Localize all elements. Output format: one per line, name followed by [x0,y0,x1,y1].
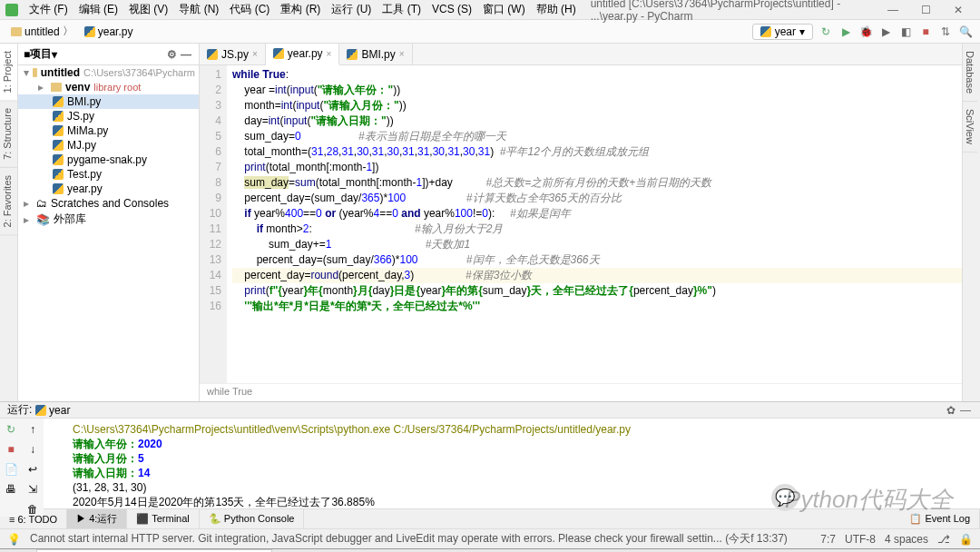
editor-tabs: JS.py×year.py×BMI.py× [200,44,962,65]
gear-icon[interactable]: ✿ [944,403,958,418]
left-tool-tabs: 1: Project 7: Structure 2: Favorites [0,44,18,401]
app-icon [5,4,18,16]
editor-tab[interactable]: BMI.py× [339,44,412,64]
python-icon [207,49,218,60]
encoding[interactable]: UTF-8 [845,533,876,546]
code-breadcrumb: while True [200,383,962,401]
toolbar: untitled〉 year.py year▾ ↻ ▶ 🐞 ▶ ◧ ■ ⇅ 🔍 [0,20,980,44]
breadcrumb-dir[interactable]: untitled〉 [7,23,77,40]
line-gutter: 12345678910111213141516 [200,65,227,383]
close-icon[interactable]: × [399,49,405,59]
stop-button[interactable]: ■ [918,25,933,39]
git-icon[interactable]: ⎇ [937,533,950,546]
bulb-icon[interactable]: 💡 [7,533,21,546]
print-button[interactable]: 🖶 [4,482,18,497]
python-icon [53,96,64,107]
python-icon [347,49,358,60]
menu-item[interactable]: VCS (S) [426,3,477,15]
tree-external[interactable]: ▸📚 外部库 [18,211,199,228]
status-message: Cannot start internal HTTP server. Git i… [30,531,811,547]
menu-item[interactable]: 编辑 (E) [74,3,123,15]
tree-file[interactable]: JS.py [18,109,199,123]
menu-item[interactable]: 工具 (T) [377,3,426,15]
run-icon[interactable]: ▶ [838,25,853,39]
breadcrumb-file[interactable]: year.py [81,25,137,39]
debug-icon[interactable]: 🐞 [858,25,873,39]
status-bar: 💡 Cannot start internal HTTP server. Git… [0,528,980,548]
close-icon[interactable]: × [327,49,332,59]
vcs-icon[interactable]: ⇅ [938,25,953,39]
tree-root[interactable]: ▾untitled C:\Users\37364\Pycharm [18,65,199,80]
scroll-down-icon[interactable]: ↓ [25,442,40,457]
stop-button[interactable]: ■ [4,442,18,457]
collapse-icon[interactable]: — [179,47,193,62]
event-log-tab[interactable]: 📋 Event Log [900,509,980,528]
tree-file[interactable]: BMI.py [18,94,199,109]
wechat-icon: 💬 [771,484,799,511]
editor-area: JS.py×year.py×BMI.py× 123456789101112131… [200,44,962,401]
python-icon [53,140,64,151]
menu-item[interactable]: 窗口 (W) [477,3,531,15]
bottom-tab[interactable]: ⬛ Terminal [127,509,199,528]
gear-icon[interactable]: ⚙ [164,47,179,62]
bottom-tab[interactable]: ≡ 6: TODO [0,509,67,528]
hide-icon[interactable]: — [958,403,973,418]
windows-taskbar: ⊞ ⚪ 在这里输入你要搜索的内容 ○ ⧉ 📁 🟩 PC 🌐 🔵 🔴 ∧ 📶 🔊 … [0,548,980,552]
breadcrumb: untitled〉 year.py [7,23,752,40]
database-tool-tab[interactable]: Database [963,44,977,102]
tree-file[interactable]: MiMa.py [18,123,199,138]
menu-item[interactable]: 运行 (U) [326,3,377,15]
bottom-tab[interactable]: 🐍 Python Console [200,509,305,528]
folder-icon [11,27,22,36]
python-icon [273,48,284,59]
close-button[interactable]: ✕ [942,4,975,16]
rerun-button[interactable]: ↻ [4,422,18,437]
code-content[interactable]: while True: year =int(input("请输入年份：")) m… [227,65,962,383]
folder-icon [51,83,62,92]
scroll-end-icon[interactable]: ⇲ [25,482,40,497]
menu-item[interactable]: 重构 (R) [275,3,326,15]
close-icon[interactable]: × [252,49,258,59]
menu-bar: 文件 (F)编辑 (E)视图 (V)导航 (N)代码 (C)重构 (R)运行 (… [0,0,980,20]
profile-icon[interactable]: ◧ [898,25,913,39]
bottom-tab[interactable]: ▶ 4:运行 [67,509,127,528]
lock-icon[interactable]: 🔒 [959,533,973,546]
minimize-button[interactable]: — [877,4,909,16]
tree-venv[interactable]: ▸venv library root [18,80,199,94]
scroll-up-icon[interactable]: ↑ [25,422,40,437]
folder-icon [33,68,37,77]
run-config-name: year [49,404,70,417]
menu-item[interactable]: 代码 (C) [224,3,275,15]
run-config-selector[interactable]: year▾ [752,24,813,40]
search-icon[interactable]: 🔍 [958,25,973,39]
tree-file[interactable]: Test.py [18,167,199,182]
tree-file[interactable]: year.py [18,182,199,196]
soft-wrap-icon[interactable]: ↩ [25,462,40,477]
project-panel: ■ 项目▾ ⚙ — ▾untitled C:\Users\37364\Pycha… [18,44,200,401]
favorites-tool-tab[interactable]: 2: Favorites [0,168,17,235]
project-tree[interactable]: ▾untitled C:\Users\37364\Pycharm ▸venv l… [18,65,199,401]
coverage-icon[interactable]: ▶ [878,25,893,39]
up-button[interactable]: 📄 [4,462,18,477]
project-tool-tab[interactable]: 1: Project [0,44,17,101]
structure-tool-tab[interactable]: 7: Structure [0,101,17,168]
cursor-position: 7:7 [820,533,836,546]
console-output[interactable]: C:\Users\37364\PycharmProjects\untitled\… [65,419,980,517]
menu-item[interactable]: 导航 (N) [173,3,224,15]
tree-file[interactable]: pygame-snak.py [18,153,199,167]
indent[interactable]: 4 spaces [885,533,928,546]
run-button[interactable]: ↻ [818,25,833,39]
maximize-button[interactable]: ☐ [909,4,942,16]
run-panel: 运行: year ✿ — ↻ ■ 📄 🖶 ↑ ↓ ↩ ⇲ 🗑 C:\Users\… [0,401,980,508]
menu-item[interactable]: 帮助 (H) [531,3,582,15]
python-icon [53,154,64,165]
editor-tab[interactable]: JS.py× [200,44,266,64]
code-editor[interactable]: 12345678910111213141516 while True: year… [200,65,962,383]
tree-scratches[interactable]: ▸🗂 Scratches and Consoles [18,196,199,211]
menu-item[interactable]: 文件 (F) [24,3,74,15]
tree-file[interactable]: MJ.py [18,138,199,153]
menu-item[interactable]: 视图 (V) [123,3,173,15]
sciview-tool-tab[interactable]: SciView [963,102,977,153]
main-area: 1: Project 7: Structure 2: Favorites ■ 项… [0,44,980,401]
editor-tab[interactable]: year.py× [266,44,340,65]
